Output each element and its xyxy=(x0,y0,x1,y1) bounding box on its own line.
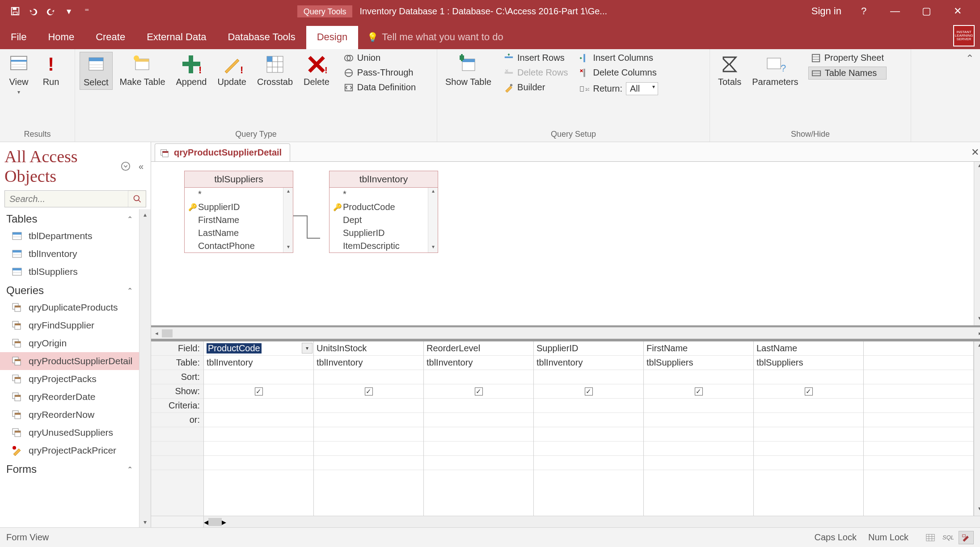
qbe-show-cell[interactable]: ✓ xyxy=(754,384,863,399)
qbe-criteria-cell[interactable] xyxy=(754,399,863,413)
table-field[interactable]: * xyxy=(185,188,293,201)
make-table-button[interactable]: Make Table xyxy=(116,52,169,88)
nav-query-item[interactable]: qryDuplicateProducts xyxy=(0,299,139,316)
maximize-button[interactable]: ▢ xyxy=(917,2,935,20)
qbe-criteria-cell[interactable] xyxy=(534,399,643,413)
table-box[interactable]: tblSuppliers *🔑SupplierIDFirstNameLastNa… xyxy=(184,171,293,253)
dropdown-icon[interactable]: ▾ xyxy=(302,343,313,353)
qbe-field-cell[interactable]: LastName xyxy=(754,341,863,356)
nav-title[interactable]: All Access Objects xyxy=(4,147,121,186)
nav-query-item[interactable]: qryUnusedSuppliers xyxy=(0,424,139,442)
crosstab-button[interactable]: Crosstab xyxy=(253,52,296,89)
delete-columns-button[interactable]: Delete Columns xyxy=(577,67,661,79)
update-button[interactable]: ! Update xyxy=(214,52,250,89)
qbe-table-cell[interactable]: tblSuppliers xyxy=(754,356,863,370)
qbe-show-cell[interactable]: ✓ xyxy=(424,384,533,399)
table-names-button[interactable]: Table Names xyxy=(808,67,887,80)
delete-query-button[interactable]: ! Delete xyxy=(300,52,333,89)
qbe-hscroll[interactable]: ◂ ▸ xyxy=(151,516,980,527)
table-field[interactable]: LastName xyxy=(185,227,293,240)
nav-query-item[interactable]: qryReorderDate xyxy=(0,388,139,406)
nav-query-item[interactable]: qryFindSupplier xyxy=(0,316,139,334)
qbe-sort-cell[interactable] xyxy=(534,370,643,384)
property-sheet-button[interactable]: Property Sheet xyxy=(808,52,887,64)
insert-columns-button[interactable]: Insert Columns xyxy=(577,52,661,64)
collapse-ribbon-button[interactable]: ⌃ xyxy=(966,53,974,64)
builder-button[interactable]: Builder xyxy=(501,81,570,93)
qbe-show-cell[interactable]: ✓ xyxy=(314,384,423,399)
checkbox-icon[interactable]: ✓ xyxy=(475,387,483,396)
qbe-criteria-cell[interactable] xyxy=(424,399,533,413)
nav-query-item[interactable]: qryProjectPacks xyxy=(0,370,139,388)
nav-table-item[interactable]: tblSuppliers xyxy=(0,263,139,281)
parameters-button[interactable]: ? Parameters xyxy=(748,52,802,89)
table-field[interactable]: 🔑ProductCode xyxy=(329,201,438,214)
nav-collapse-icon[interactable]: « xyxy=(139,161,144,172)
object-tab[interactable]: qryProductSupplierDetail xyxy=(155,143,290,161)
table-field[interactable]: * xyxy=(329,188,438,201)
qbe-or-cell[interactable] xyxy=(534,413,643,427)
qbe-criteria-cell[interactable] xyxy=(644,399,753,413)
table-box[interactable]: tblInventory *🔑ProductCodeDeptSupplierID… xyxy=(329,171,438,253)
nav-scrollbar[interactable]: ▴ ▾ xyxy=(139,209,151,527)
table-field[interactable]: ContactPhone xyxy=(185,240,293,252)
save-icon[interactable] xyxy=(9,5,21,17)
qbe-sort-cell[interactable] xyxy=(754,370,863,384)
scroll-right-icon[interactable]: ▸ xyxy=(975,330,980,337)
checkbox-icon[interactable]: ✓ xyxy=(255,387,263,396)
table-field[interactable]: ItemDescriptic xyxy=(329,240,438,252)
return-select[interactable]: 10 Return: All▾ xyxy=(577,81,661,96)
tab-create[interactable]: Create xyxy=(85,26,136,49)
show-table-button[interactable]: Show Table xyxy=(442,52,495,88)
tab-database-tools[interactable]: Database Tools xyxy=(217,26,306,49)
sign-in-link[interactable]: Sign in xyxy=(811,5,841,17)
qbe-or-cell[interactable] xyxy=(204,413,313,427)
qbe-field-cell[interactable]: SupplierID xyxy=(534,341,643,356)
qbe-criteria-cell[interactable] xyxy=(314,399,423,413)
select-query-button[interactable]: Select xyxy=(80,52,113,90)
qbe-or-cell[interactable] xyxy=(754,413,863,427)
qbe-or-cell[interactable] xyxy=(644,413,753,427)
qbe-table-cell[interactable]: tblInventory xyxy=(534,356,643,370)
qbe-or-cell[interactable] xyxy=(314,413,423,427)
totals-button[interactable]: Totals xyxy=(714,52,745,89)
scroll-left-icon[interactable]: ◂ xyxy=(204,517,208,527)
checkbox-icon[interactable]: ✓ xyxy=(585,387,593,396)
pass-through-button[interactable]: Pass-Through xyxy=(341,67,418,79)
redo-icon[interactable] xyxy=(45,5,57,17)
tab-home[interactable]: Home xyxy=(37,26,85,49)
qat-customize-icon[interactable]: ⁼ xyxy=(80,5,93,17)
qbe-sort-cell[interactable] xyxy=(204,370,313,384)
run-button[interactable]: ! Run xyxy=(37,52,65,89)
qbe-vscroll[interactable]: ▴ ▾ xyxy=(974,341,980,516)
qbe-field-cell[interactable]: FirstName xyxy=(644,341,753,356)
table-field[interactable]: FirstName xyxy=(185,214,293,227)
nav-query-item[interactable]: qryProductSupplierDetail xyxy=(0,352,139,370)
view-button[interactable]: View ▾ xyxy=(4,52,33,97)
nav-query-item[interactable]: qryReorderNow xyxy=(0,406,139,424)
design-view-button[interactable] xyxy=(959,531,974,544)
tab-external-data[interactable]: External Data xyxy=(136,26,217,49)
scroll-up-icon[interactable]: ▴ xyxy=(139,209,151,220)
qbe-table-cell[interactable]: tblInventory xyxy=(424,356,533,370)
qbe-show-cell[interactable]: ✓ xyxy=(644,384,753,399)
checkbox-icon[interactable]: ✓ xyxy=(805,387,813,396)
qat-icon[interactable]: ▾ xyxy=(63,5,75,17)
qbe-field-cell[interactable]: ProductCode▾ xyxy=(204,341,313,356)
datasheet-view-button[interactable] xyxy=(923,531,938,544)
union-button[interactable]: Union xyxy=(341,52,418,64)
close-button[interactable]: ✕ xyxy=(949,2,967,20)
nav-table-item[interactable]: tblInventory xyxy=(0,245,139,263)
return-dropdown[interactable]: All▾ xyxy=(626,82,658,95)
qbe-show-cell[interactable]: ✓ xyxy=(204,384,313,399)
checkbox-icon[interactable]: ✓ xyxy=(365,387,373,396)
minimize-button[interactable]: — xyxy=(886,2,904,20)
search-input[interactable] xyxy=(5,191,128,207)
append-button[interactable]: ! Append xyxy=(173,52,211,89)
table-scroll[interactable]: ▴▾ xyxy=(283,188,293,252)
qbe-table-cell[interactable]: tblInventory xyxy=(204,356,313,370)
search-icon[interactable] xyxy=(128,191,146,207)
tell-me-search[interactable]: 💡 Tell me what you want to do xyxy=(358,31,512,49)
nav-group-header[interactable]: Tables⌃ xyxy=(0,209,139,227)
qbe-or-cell[interactable] xyxy=(424,413,533,427)
